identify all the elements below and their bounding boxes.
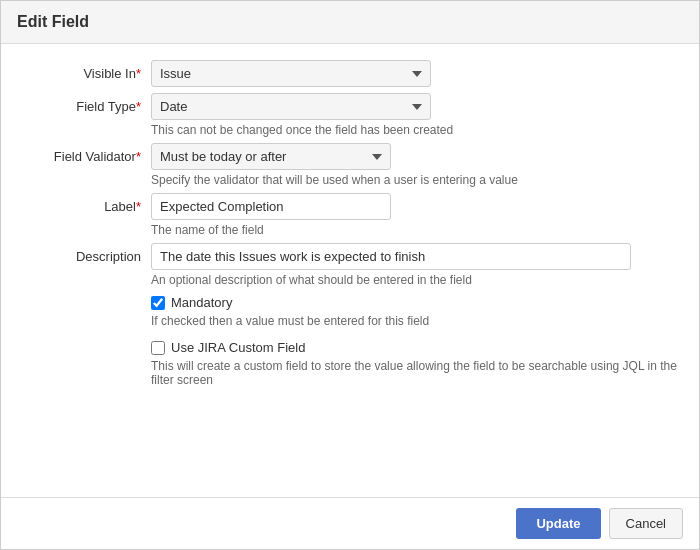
- description-label: Description: [21, 243, 151, 264]
- field-validator-label: Field Validator*: [21, 143, 151, 164]
- jira-row: Use JIRA Custom Field: [151, 340, 679, 355]
- label-row: Label* The name of the field: [21, 193, 679, 237]
- dialog-title: Edit Field: [1, 1, 699, 44]
- mandatory-checkbox[interactable]: [151, 296, 165, 310]
- label-field-label: Label*: [21, 193, 151, 214]
- field-type-row: Field Type* Date This can not be changed…: [21, 93, 679, 137]
- mandatory-row: Mandatory: [151, 295, 679, 310]
- description-content: An optional description of what should b…: [151, 243, 631, 287]
- edit-field-dialog: Edit Field Visible In* Issue Field Type*…: [0, 0, 700, 550]
- mandatory-label-text: Mandatory: [171, 295, 232, 310]
- required-star-validator: *: [136, 149, 141, 164]
- visible-in-label: Visible In*: [21, 60, 151, 81]
- field-validator-hint: Specify the validator that will be used …: [151, 173, 518, 187]
- update-button[interactable]: Update: [516, 508, 600, 539]
- jira-checkbox-label[interactable]: Use JIRA Custom Field: [151, 340, 305, 355]
- required-star-label: *: [136, 199, 141, 214]
- required-star-type: *: [136, 99, 141, 114]
- cancel-button[interactable]: Cancel: [609, 508, 683, 539]
- field-validator-row: Field Validator* Must be today or after …: [21, 143, 679, 187]
- description-row: Description An optional description of w…: [21, 243, 679, 287]
- jira-label-text: Use JIRA Custom Field: [171, 340, 305, 355]
- mandatory-checkbox-label[interactable]: Mandatory: [151, 295, 232, 310]
- field-type-control: Date: [151, 93, 431, 120]
- jira-hint: This will create a custom field to store…: [151, 359, 679, 387]
- field-type-content: Date This can not be changed once the fi…: [151, 93, 453, 137]
- required-star: *: [136, 66, 141, 81]
- field-validator-control: Must be today or after: [151, 143, 391, 170]
- label-hint: The name of the field: [151, 223, 391, 237]
- dialog-body: Visible In* Issue Field Type* Date This …: [1, 44, 699, 497]
- label-input[interactable]: [151, 193, 391, 220]
- field-type-label: Field Type*: [21, 93, 151, 114]
- visible-in-select[interactable]: Issue: [151, 60, 431, 87]
- jira-checkbox[interactable]: [151, 341, 165, 355]
- mandatory-hint: If checked then a value must be entered …: [151, 314, 679, 328]
- label-content: The name of the field: [151, 193, 391, 237]
- field-validator-select[interactable]: Must be today or after: [151, 143, 391, 170]
- description-hint: An optional description of what should b…: [151, 273, 631, 287]
- visible-in-row: Visible In* Issue: [21, 60, 679, 87]
- field-validator-content: Must be today or after Specify the valid…: [151, 143, 518, 187]
- description-input[interactable]: [151, 243, 631, 270]
- field-type-hint: This can not be changed once the field h…: [151, 123, 453, 137]
- field-type-select[interactable]: Date: [151, 93, 431, 120]
- dialog-footer: Update Cancel: [1, 497, 699, 549]
- visible-in-control: Issue: [151, 60, 431, 87]
